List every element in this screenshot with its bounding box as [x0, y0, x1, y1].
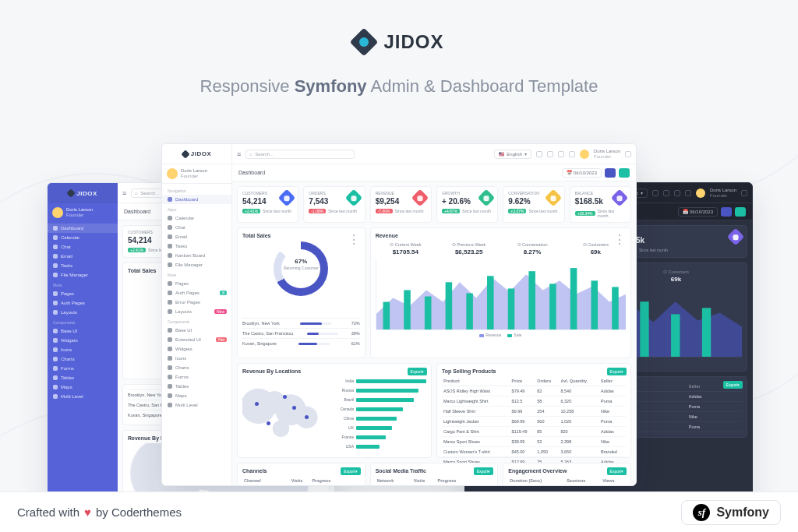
sidebar-brand: JIDOX — [162, 144, 231, 164]
sidebar-item-chat[interactable]: Chat — [48, 242, 118, 252]
tagline-post: Admin & Dashboard Template — [367, 76, 598, 96]
export-button[interactable]: Export ▾ — [408, 368, 427, 375]
moon-icon[interactable] — [663, 190, 669, 196]
sidebar-item-charts[interactable]: Charts — [162, 363, 231, 372]
sidebar-item-tables[interactable]: Tables — [162, 382, 231, 391]
refresh-alt-button[interactable] — [619, 168, 630, 178]
sidebar-item-multilevel[interactable]: Multi Level — [48, 392, 118, 401]
sidebar-item-kanban[interactable]: Kanban Board — [162, 251, 231, 260]
sidebar-item-widgets[interactable]: Widgets — [48, 336, 118, 345]
sidebar[interactable]: JIDOX Doris Larson Founder Dashboard Cal… — [48, 183, 118, 509]
sidebar-item-icons[interactable]: Icons — [162, 354, 231, 363]
sidebar-item-pages[interactable]: Pages — [48, 289, 118, 298]
tagline: Responsive Symfony Admin & Dashboard Tem… — [0, 76, 798, 97]
grid-icon[interactable] — [652, 190, 659, 196]
user-role: Founder — [66, 213, 93, 218]
date-picker[interactable]: 📅 06/10/2023 — [562, 168, 602, 178]
sidebar-item-extui[interactable]: Extended UIHot — [162, 335, 231, 344]
sidebar-item-email[interactable]: Email — [162, 232, 231, 241]
panel-social: Export ▾ Social Media Traffic NetworkVis… — [370, 463, 499, 486]
export-button[interactable]: Export ▾ — [723, 381, 743, 389]
svg-rect-19 — [702, 308, 711, 357]
refresh-button[interactable] — [605, 168, 616, 178]
export-button[interactable]: Export ▾ — [341, 467, 360, 475]
panel-revenue-locations: Export ▾ Revenue By Locations India Russ… — [237, 363, 432, 458]
sidebar-item-dashboard[interactable]: Dashboard — [162, 195, 231, 204]
avatar[interactable] — [580, 150, 589, 159]
sidebar-item-maps[interactable]: Maps — [162, 391, 231, 400]
bell-icon[interactable] — [569, 151, 575, 157]
sidebar-item-multilevel[interactable]: Multi Level — [162, 400, 231, 410]
grid-icon[interactable] — [536, 151, 542, 157]
sidebar-user[interactable]: Doris Larson Founder — [162, 164, 231, 184]
sidebar-item-baseui[interactable]: Base UI — [48, 326, 118, 336]
gear-icon[interactable] — [625, 151, 631, 157]
panel-channels: Export ▾ Channels ChannelVisitsProgress … — [237, 463, 365, 486]
sidebar-item-error[interactable]: Error Pages — [162, 298, 231, 307]
kpi-orders: ORDERS7,543 -1.08%Since last month — [303, 186, 365, 223]
avatar[interactable] — [696, 188, 705, 198]
svg-rect-10 — [591, 280, 598, 329]
svg-rect-2 — [425, 297, 432, 329]
world-map[interactable] — [242, 376, 323, 451]
sidebar-item-baseui[interactable]: Base UI — [162, 326, 231, 335]
sidebar-item-auth[interactable]: Auth Pages — [48, 298, 118, 308]
sidebar-item-email[interactable]: Email — [48, 252, 118, 261]
menu-icon[interactable]: ≡ — [237, 150, 241, 158]
sidebar-item-icons[interactable]: Icons — [48, 345, 118, 354]
sidebar-item-layouts[interactable]: Layouts — [48, 308, 118, 317]
sidebar[interactable]: JIDOX Doris Larson Founder Navigation Da… — [162, 144, 232, 485]
location-bars: India Russia Brazil Canada China UK Fran… — [327, 376, 426, 451]
more-icon[interactable]: ⋮ — [348, 232, 360, 247]
more-icon[interactable]: ⋮ — [613, 232, 626, 247]
sidebar-item-widgets[interactable]: Widgets — [162, 344, 231, 354]
sidebar-item-calendar[interactable]: Calendar — [162, 213, 231, 223]
kpi-conversation: CONVERSATION9.62% +3.07%Since last month — [503, 186, 564, 223]
search-input[interactable]: ⌕ Search... — [245, 150, 355, 159]
sidebar-item-forms[interactable]: Forms — [48, 364, 118, 373]
sidebar-item-chat[interactable]: Chat — [162, 223, 231, 232]
brand-logo-icon — [350, 28, 379, 57]
preview-light-main: JIDOX Doris Larson Founder Navigation Da… — [161, 143, 637, 486]
symfony-badge: sf Symfony — [681, 500, 781, 525]
sidebar-item-charts[interactable]: Charts — [48, 354, 118, 364]
menu-icon[interactable]: ≡ — [122, 189, 126, 197]
sidebar-item-auth[interactable]: Auth Pages8 — [162, 288, 231, 298]
refresh-button[interactable] — [721, 207, 732, 217]
sidebar-user[interactable]: Doris Larson Founder — [48, 203, 118, 222]
date-picker[interactable]: 📅 06/10/2023 — [678, 207, 718, 217]
export-button[interactable]: Export ▾ — [607, 368, 627, 375]
moon-icon[interactable] — [547, 151, 553, 157]
sidebar-item-tables[interactable]: Tables — [48, 373, 118, 382]
sidebar-item-filemgr[interactable]: File Manager — [162, 260, 231, 270]
fullscreen-icon[interactable] — [558, 151, 564, 157]
sidebar-item-pages[interactable]: Pages — [162, 279, 231, 288]
panel-engagement: Export ▾ Engagement Overview Duration (S… — [503, 463, 631, 486]
export-button[interactable]: Export ▾ — [607, 467, 627, 475]
crafted-by: Crafted with ♥ by Coderthemes — [17, 506, 182, 519]
svg-rect-8 — [549, 284, 556, 329]
sidebar-item-calendar[interactable]: Calendar — [48, 233, 118, 242]
sidebar-item-tasks[interactable]: Tasks — [48, 261, 118, 270]
svg-rect-7 — [528, 271, 535, 329]
export-button[interactable]: Export ▾ — [474, 467, 493, 475]
sidebar-item-layouts[interactable]: LayoutsNew — [162, 307, 231, 316]
refresh-alt-button[interactable] — [735, 207, 746, 217]
sidebar-item-filemgr[interactable]: File Manager — [48, 270, 118, 280]
svg-rect-18 — [671, 314, 680, 357]
avatar — [52, 207, 63, 218]
sidebar-item-forms[interactable]: Forms — [162, 372, 231, 382]
heart-icon: ♥ — [84, 506, 91, 519]
sidebar-item-maps[interactable]: Maps — [48, 382, 118, 392]
svg-rect-1 — [404, 290, 411, 329]
gear-icon[interactable] — [741, 190, 747, 196]
sidebar-item-tasks[interactable]: Tasks — [162, 241, 231, 251]
lang-picker[interactable]: 🇺🇸English▾ — [494, 150, 531, 159]
bell-icon[interactable] — [685, 190, 691, 196]
sidebar-item-dashboard[interactable]: Dashboard — [48, 224, 118, 233]
svg-rect-9 — [570, 268, 577, 329]
svg-rect-4 — [466, 293, 473, 329]
fullscreen-icon[interactable] — [674, 190, 680, 196]
svg-rect-0 — [383, 302, 390, 329]
tagline-pre: Responsive — [200, 76, 295, 96]
